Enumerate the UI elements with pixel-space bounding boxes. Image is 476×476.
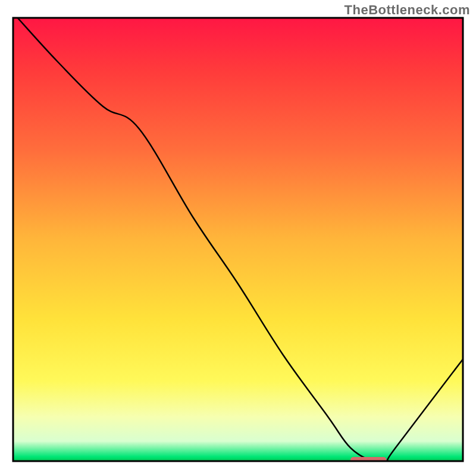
watermark-text: TheBottleneck.com — [345, 2, 470, 18]
gradient-background — [13, 18, 463, 461]
bottleneck-chart — [0, 0, 476, 476]
chart-container: TheBottleneck.com — [0, 0, 476, 476]
